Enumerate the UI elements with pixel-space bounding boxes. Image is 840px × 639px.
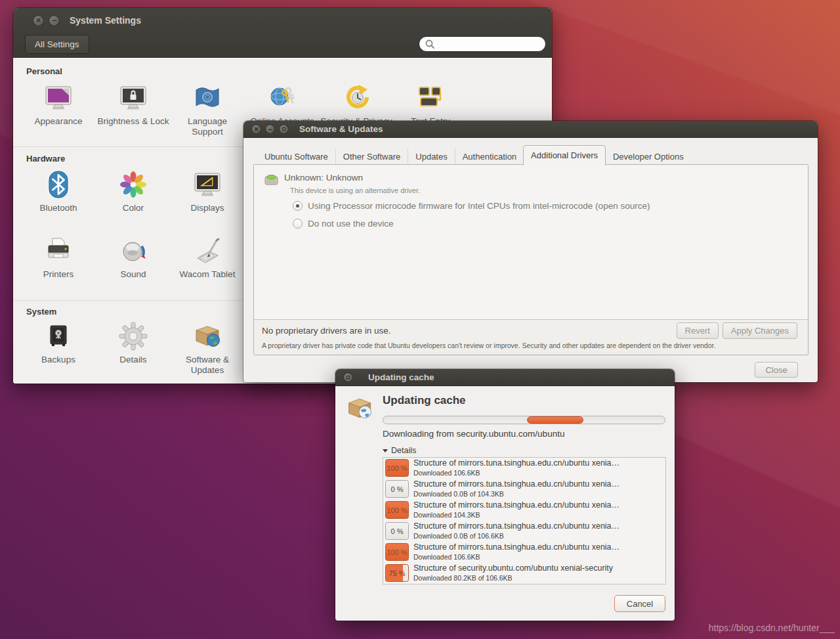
wacom-tablet-icon: [192, 235, 223, 267]
tab-updates[interactable]: Updates: [408, 148, 454, 165]
download-subtitle: Downloaded 106.6KB: [413, 553, 480, 561]
driver-option[interactable]: Do not use the device: [293, 219, 394, 229]
progress-badge: 100 %: [385, 543, 409, 561]
cancel-button[interactable]: Cancel: [614, 595, 665, 612]
system-settings-header: × − System Settings All Settings: [13, 8, 552, 58]
text-entry-icon: [415, 82, 446, 114]
settings-item-security-privacy[interactable]: Security & Privacy: [320, 82, 392, 127]
settings-item-bluetooth[interactable]: Bluetooth: [22, 169, 94, 213]
tab-other-software[interactable]: Other Software: [335, 148, 408, 165]
settings-item-appearance[interactable]: Appearance: [22, 82, 94, 127]
settings-item-printers[interactable]: Printers: [22, 235, 94, 280]
apply-changes-button[interactable]: Apply Changes: [723, 322, 797, 339]
online-accounts-icon: [266, 82, 298, 114]
minimize-button[interactable]: −: [49, 15, 60, 26]
download-list: 100 % Structure of mirrors.tuna.tsinghua…: [383, 457, 666, 584]
download-row: 100 % Structure of mirrors.tuna.tsinghua…: [383, 458, 665, 479]
details-icon: [117, 320, 149, 352]
settings-item-backups[interactable]: Backups: [22, 320, 94, 365]
titlebar: × − System Settings: [13, 8, 552, 33]
minimize-button[interactable]: −: [265, 124, 275, 134]
language-support-icon: [192, 82, 223, 114]
driver-option-label: Do not use the device: [308, 219, 394, 229]
download-subtitle: Downloaded 106.6KB: [413, 469, 480, 477]
security-privacy-icon: [341, 82, 372, 114]
bluetooth-icon: [43, 169, 74, 200]
settings-item-color[interactable]: Color: [97, 169, 169, 213]
window-title: Software & Updates: [299, 124, 383, 134]
download-status-text: Downloading from security.ubuntu.com/ubu…: [383, 429, 564, 439]
settings-item-wacom-tablet[interactable]: Wacom Tablet: [171, 235, 243, 280]
driver-option[interactable]: Using Processor microcode firmware for I…: [293, 201, 650, 211]
progress-badge: 0 %: [385, 480, 409, 498]
settings-item-label: Appearance: [35, 116, 83, 127]
maximize-button[interactable]: [279, 124, 289, 134]
dialog-title: Updating cache: [368, 372, 434, 382]
settings-item-online-accounts[interactable]: Online Accounts: [246, 82, 318, 127]
settings-item-label: Brightness & Lock: [98, 116, 169, 127]
settings-item-details[interactable]: Details: [97, 320, 169, 365]
close-icon: ×: [36, 16, 41, 24]
settings-item-displays[interactable]: Displays: [171, 169, 243, 213]
backups-icon: [43, 320, 74, 352]
progress-segment: [527, 416, 583, 424]
watermark-text: https://blog.csdn.net/hunter___: [709, 623, 835, 633]
tab-ubuntu-software[interactable]: Ubuntu Software: [257, 148, 335, 165]
minimize-icon: −: [268, 125, 272, 133]
dialog-heading: Updating cache: [383, 394, 466, 407]
download-row: 0 % Structure of mirrors.tuna.tsinghua.e…: [383, 521, 665, 542]
drivers-footer: No proprietary drivers are in use. Rever…: [254, 319, 808, 355]
settings-item-label: Backups: [41, 355, 75, 365]
appearance-icon: [43, 82, 74, 114]
radio-button[interactable]: [293, 201, 303, 211]
details-label: Details: [391, 446, 416, 455]
section-header-system: System: [26, 307, 56, 317]
titlebar: × − Software & Updates: [243, 121, 818, 138]
color-icon: [117, 169, 149, 200]
settings-item-language-support[interactable]: Language Support: [171, 82, 243, 137]
download-subtitle: Downloaded 0.0B of 104.3KB: [413, 490, 504, 498]
tab-bar: Ubuntu Software Other Software Updates A…: [257, 145, 691, 165]
settings-item-label: Bluetooth: [39, 203, 77, 213]
progress-badge: 100 %: [385, 501, 409, 519]
progress-badge: 75 %: [385, 564, 409, 582]
tab-developer-options[interactable]: Developer Options: [605, 148, 691, 165]
proprietary-note: A proprietary driver has private code th…: [262, 342, 715, 349]
drivers-status-text: No proprietary drivers are in use.: [262, 326, 391, 336]
device-status: This device is using an alternative driv…: [290, 187, 420, 194]
software-updates-window: × − Software & Updates Ubuntu Software O…: [243, 121, 818, 382]
download-row: 0 % Structure of mirrors.tuna.tsinghua.e…: [383, 479, 665, 500]
displays-icon: [192, 169, 223, 200]
search-input[interactable]: [419, 36, 546, 52]
drivers-panel: Unknown: Unknown This device is using an…: [253, 164, 808, 355]
progress-badge: 0 %: [385, 522, 409, 540]
section-header-hardware: Hardware: [26, 154, 65, 164]
close-icon: ×: [254, 125, 259, 133]
maximize-icon: [282, 127, 285, 131]
settings-item-software-updates[interactable]: Software & Updates: [171, 320, 243, 376]
download-title: Structure of security.ubuntu.com/ubuntu …: [413, 563, 665, 573]
download-title: Structure of mirrors.tuna.tsinghua.edu.c…: [413, 521, 665, 531]
close-button[interactable]: ×: [251, 124, 261, 134]
progress-bar: [383, 416, 665, 424]
close-window-button[interactable]: Close: [755, 362, 798, 378]
settings-item-brightness-lock[interactable]: Brightness & Lock: [97, 82, 169, 127]
details-expander[interactable]: Details: [383, 446, 416, 455]
settings-item-sound[interactable]: Sound: [97, 235, 169, 280]
settings-item-text-entry[interactable]: Text Entry: [394, 82, 467, 127]
device-name: Unknown: Unknown: [284, 173, 363, 183]
settings-item-label: Color: [123, 203, 144, 213]
close-button[interactable]: ×: [33, 15, 44, 26]
restore-icon: [346, 376, 350, 379]
download-title: Structure of mirrors.tuna.tsinghua.edu.c…: [413, 479, 665, 489]
tab-authentication[interactable]: Authentication: [455, 148, 524, 165]
radio-button[interactable]: [293, 219, 303, 229]
restore-button[interactable]: [343, 372, 353, 382]
device-list: Unknown: Unknown This device is using an…: [254, 165, 808, 319]
search-icon: [425, 39, 435, 49]
all-settings-button[interactable]: All Settings: [25, 35, 89, 54]
download-subtitle: Downloaded 0.0B of 106.6KB: [413, 532, 504, 540]
minimize-icon: −: [52, 16, 56, 24]
revert-button[interactable]: Revert: [677, 322, 719, 339]
tab-additional-drivers[interactable]: Additional Drivers: [523, 145, 606, 165]
